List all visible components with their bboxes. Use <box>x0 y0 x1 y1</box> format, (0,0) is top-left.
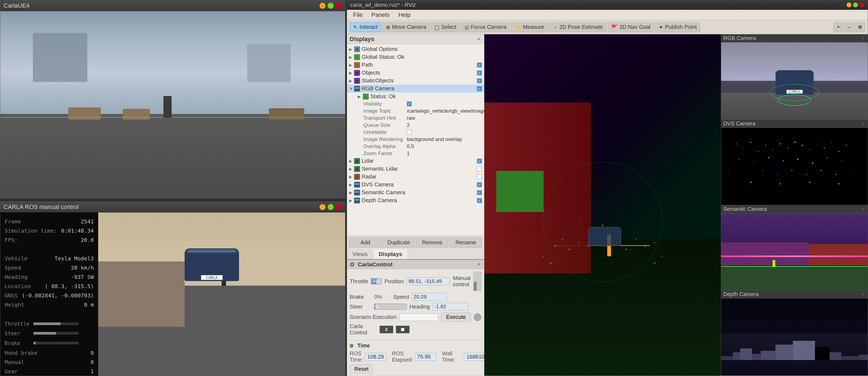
carla-control-close-btn[interactable]: ✕ <box>476 262 481 267</box>
cb-rgb-camera[interactable]: ✓ <box>477 86 482 91</box>
cb-unreliable[interactable] <box>407 130 412 135</box>
rename-display-btn[interactable]: Rename <box>450 237 482 248</box>
zoom-in-btn[interactable]: + <box>834 22 843 32</box>
interact-btn[interactable]: ↖ Interact <box>350 22 381 32</box>
remove-display-btn[interactable]: Remove <box>416 237 448 248</box>
reset-btn[interactable]: Reset <box>350 365 373 374</box>
pause-icon: ⏸ <box>384 327 389 332</box>
rviz-minimize-btn[interactable] <box>846 2 851 7</box>
tree-item-static-objects[interactable]: ▶ ◆ StaticObjects ✓ <box>347 77 484 85</box>
tree-item-path[interactable]: ▶ ~ Path ✓ <box>347 61 484 69</box>
displays-title: Displays <box>350 36 374 43</box>
icon-radar: ⊙ <box>354 174 360 180</box>
cc-steer-bar: 3% <box>374 303 407 310</box>
label-objects: Objects <box>362 70 477 76</box>
menu-panels[interactable]: Panels <box>367 10 393 20</box>
icon-depth-camera: 📷 <box>354 198 360 203</box>
tree-prop-unreliable: Unreliable <box>347 129 484 136</box>
icon-path: ~ <box>354 62 360 68</box>
pose-estimate-btn[interactable]: → 2D Pose Estimate <box>549 22 607 32</box>
depth-camera-close-btn[interactable]: ✕ <box>860 292 866 297</box>
cb-lidar[interactable]: ✓ <box>477 158 482 164</box>
cb-radar[interactable] <box>477 174 482 179</box>
cb-objects[interactable]: ✓ <box>477 70 482 75</box>
focus-camera-btn[interactable]: ◎ Focus Camera <box>461 22 510 32</box>
tree-prop-image-topic: Image Topic /carla/ego_vehicle/rgb_view/… <box>347 108 484 115</box>
cc-brake-val: 0% <box>374 294 391 300</box>
carlaue4-close-btn[interactable] <box>336 3 342 9</box>
publish-point-btn[interactable]: ✦ Publish Point <box>655 22 700 32</box>
fps-label: FPS: <box>5 235 18 244</box>
rviz-maximize-btn[interactable] <box>853 2 858 7</box>
rviz-3d-view[interactable]: ◀ <box>484 34 721 376</box>
carlaue4-maximize-btn[interactable] <box>328 3 334 9</box>
semantic-camera-close-btn[interactable]: ✕ <box>860 206 866 212</box>
menu-file[interactable]: File <box>349 10 366 20</box>
tree-item-lidar[interactable]: ▶ ◉ Lidar ✓ <box>347 157 484 165</box>
label-semantic-camera: Semantic Camera <box>362 190 477 196</box>
tree-item-rgb-camera[interactable]: ▼ 📷 RGB Camera ✓ <box>347 85 484 92</box>
tree-item-status-ok[interactable]: ▶ ✓ Status: Ok <box>347 92 484 100</box>
cc-speed-input[interactable] <box>412 293 447 301</box>
camera-settings-btn[interactable]: ⚙ <box>855 22 865 32</box>
cb-path[interactable]: ✓ <box>477 63 482 67</box>
arrow-path: ▶ <box>349 63 354 67</box>
sem-building <box>721 242 809 265</box>
scenario-input[interactable] <box>399 313 438 321</box>
move-camera-btn[interactable]: ⊕ Move Camera <box>382 22 430 32</box>
dvs-camera-close-btn[interactable]: ✕ <box>860 121 866 126</box>
tree-item-depth-camera[interactable]: ▶ 📷 Depth Camera ✓ <box>347 197 484 204</box>
cc-position-label: Position <box>384 278 404 285</box>
carla-ros-minimize-btn[interactable] <box>319 204 326 210</box>
carla-ros-maximize-btn[interactable] <box>328 204 334 210</box>
measure-btn[interactable]: 📏 Measure <box>511 22 548 32</box>
carlaue4-minimize-btn[interactable]: – <box>319 3 326 9</box>
tree-item-radar[interactable]: ▶ ⊙ Radar <box>347 173 484 181</box>
cb-static-objects[interactable]: ✓ <box>477 78 482 83</box>
cb-semantic-lidar[interactable] <box>477 167 482 171</box>
duplicate-display-btn[interactable]: Duplicate <box>382 237 415 248</box>
tab-displays[interactable]: Displays <box>373 249 408 259</box>
cb-dvs-camera[interactable]: ✓ <box>477 182 482 187</box>
cc-heading-input[interactable] <box>433 303 468 311</box>
brake-track <box>33 342 79 344</box>
tree-item-dvs-camera[interactable]: ▶ 📷 DVS Camera ✓ <box>347 181 484 189</box>
tree-item-global-status[interactable]: ▶ ✓ Global Status: Ok <box>347 53 484 61</box>
brake-fill <box>33 342 36 344</box>
rviz-close-btn[interactable] <box>860 2 865 7</box>
select-btn[interactable]: ▢ Select <box>431 22 460 32</box>
tree-item-global-options[interactable]: ▶ ⚙ Global Options <box>347 45 484 53</box>
svg-rect-45 <box>783 160 784 161</box>
cb-visibility[interactable]: ✓ <box>407 102 412 106</box>
displays-close-btn[interactable]: ✕ <box>476 36 481 42</box>
sem-cam-scene <box>721 213 868 290</box>
execute-btn[interactable]: Execute <box>441 313 471 322</box>
gnss-row: GNSS (-0.002841, -0.000793) <box>5 291 94 300</box>
tree-item-objects[interactable]: ▶ ◆ Objects ✓ <box>347 69 484 77</box>
carla-ros-close-btn[interactable] <box>336 204 342 210</box>
tree-item-semantic-camera[interactable]: ▶ 📷 Semantic Camera ✓ <box>347 189 484 197</box>
tab-views[interactable]: Views <box>347 249 373 259</box>
tree-item-semantic-lidar[interactable]: ▶ ◉ Semantic Lidar <box>347 165 484 173</box>
cc-position-input[interactable] <box>406 278 450 285</box>
stop-icon: ⏹ <box>400 327 405 332</box>
dvs-camera-panel: DVS Camera ✕ <box>721 120 868 205</box>
scene-trash-can <box>163 96 172 118</box>
cc-steer-fill: 3% <box>374 304 375 309</box>
stop-btn[interactable]: ⏹ <box>396 326 409 333</box>
cb-depth-camera[interactable]: ✓ <box>477 198 482 203</box>
sem-sky <box>721 213 868 244</box>
pause-btn[interactable]: ⏸ <box>380 326 393 333</box>
svg-rect-27 <box>743 147 744 148</box>
menu-help[interactable]: Help <box>395 10 414 20</box>
add-display-btn[interactable]: Add <box>349 237 381 248</box>
carla-control-bottom-label: Carla Control <box>350 323 377 336</box>
nav-goal-btn[interactable]: 🚩 2D Nav Goal <box>608 22 654 32</box>
rgb-camera-close-btn[interactable]: ✕ <box>860 36 866 41</box>
carlaue4-title: CarlaUE4 <box>3 2 29 9</box>
svg-rect-33 <box>787 147 788 148</box>
cb-semantic-camera[interactable]: ✓ <box>477 190 482 195</box>
zoom-out-btn[interactable]: – <box>844 22 854 32</box>
carla-control-title: ⊙ CarlaControl <box>350 261 393 268</box>
arrow-global-status: ▶ <box>349 55 354 59</box>
